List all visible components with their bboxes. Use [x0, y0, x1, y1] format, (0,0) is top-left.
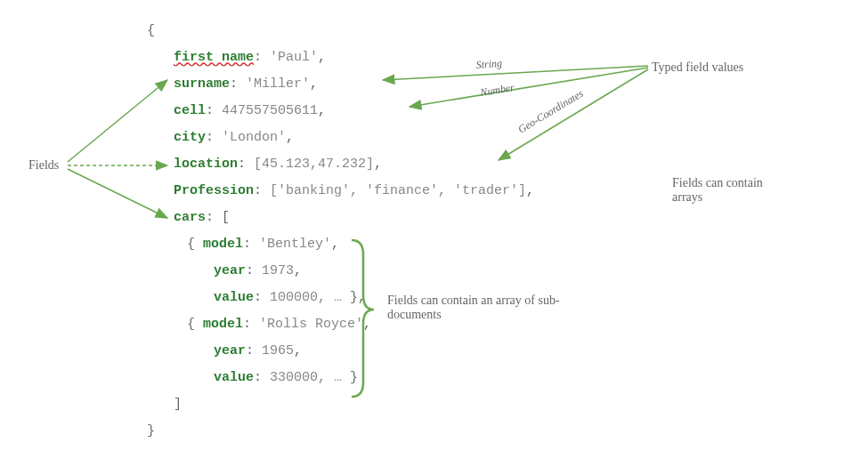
close-brace: } — [147, 418, 534, 445]
car1-model: { model: 'Bentley', — [147, 231, 534, 258]
json-document: { first name: 'Paul', surname: 'Miller',… — [147, 18, 534, 445]
field-first-name: first name: 'Paul', — [147, 44, 534, 71]
car2-value: value: 330000, … } — [147, 365, 534, 391]
open-brace: { — [147, 18, 534, 44]
label-fields: Fields — [28, 158, 59, 173]
field-surname: surname: 'Miller', — [147, 71, 534, 98]
field-cell: cell: 447557505611, — [147, 98, 534, 125]
field-location: location: [45.123,47.232], — [147, 151, 534, 178]
field-profession: Profession: ['banking', 'finance', 'trad… — [147, 178, 534, 205]
field-cars: cars: [ — [147, 205, 534, 231]
car1-year: year: 1973, — [147, 258, 534, 285]
close-bracket: ] — [147, 391, 534, 418]
car2-year: year: 1965, — [147, 338, 534, 365]
label-arrays-note: Fields can contain arrays — [672, 176, 779, 205]
label-subdoc-note: Fields can contain an array of sub-docum… — [387, 294, 592, 322]
field-city: city: 'London', — [147, 125, 534, 151]
label-typed-values: Typed field values — [652, 60, 743, 75]
